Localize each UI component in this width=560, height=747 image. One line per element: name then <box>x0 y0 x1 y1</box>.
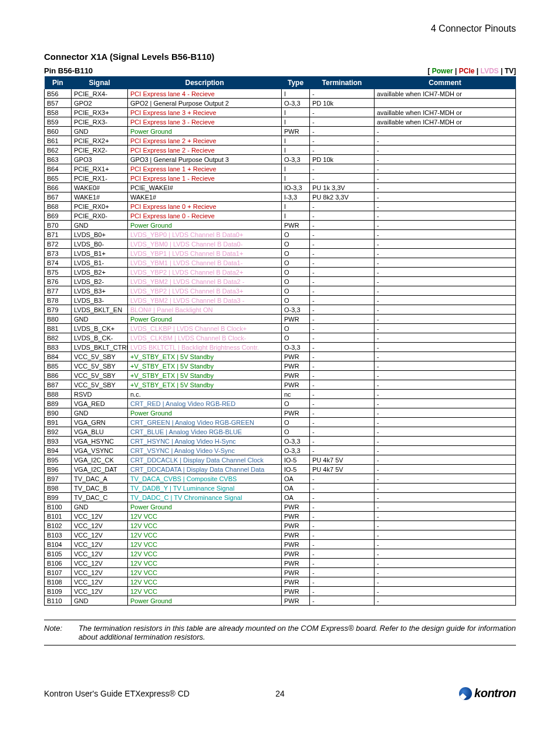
cell-termination: - <box>310 408 375 418</box>
table-row: B68PCIE_RX0+PCI Express lane 0 + Recieve… <box>45 202 516 211</box>
cell-comment: - <box>375 493 516 502</box>
cell-description: +V_STBY_ETX | 5V Standby <box>128 380 282 390</box>
cell-comment: availlable when ICH7-MDH or <box>375 89 516 99</box>
cell-pin: B66 <box>45 183 72 192</box>
cell-pin: B73 <box>45 249 72 258</box>
cell-description: LVDS_YBP1 | LVDS Channel B Data1+ <box>128 249 282 258</box>
cell-signal: GND <box>72 221 128 230</box>
cell-comment: - <box>375 239 516 249</box>
table-row: B58PCIE_RX3+PCI Express lane 3 + Recieve… <box>45 108 516 117</box>
cell-termination: - <box>310 136 375 146</box>
cell-description: TV_DACA_CVBS | Composite CVBS <box>128 474 282 484</box>
cell-pin: B104 <box>45 540 72 549</box>
cell-type: I <box>282 136 310 146</box>
table-row: B71LVDS_B0+LVDS_YBP0 | LVDS Channel B Da… <box>45 230 516 239</box>
cell-description: CRT_BLUE | Analog Video RGB-BLUE <box>128 427 282 437</box>
cell-comment: availlable when ICH7-MDH or <box>375 117 516 127</box>
cell-signal: VGA_BLU <box>72 427 128 437</box>
section-header: 4 Connector Pinouts <box>44 23 516 34</box>
cell-pin: B85 <box>45 361 72 371</box>
cell-pin: B100 <box>45 502 72 512</box>
cell-description: CRT_DDCADATA | Display Data Channel Data <box>128 465 282 474</box>
cell-pin: B90 <box>45 408 72 418</box>
legend-sep: | <box>453 67 459 75</box>
cell-signal: VCC_12V <box>72 512 128 521</box>
cell-pin: B64 <box>45 164 72 174</box>
legend-bracket: ] <box>514 67 516 75</box>
cell-pin: B83 <box>45 343 72 352</box>
table-row: B76LVDS_B2-LVDS_YBM2 | LVDS Channel B Da… <box>45 277 516 286</box>
cell-description: +V_STBY_ETX | 5V Standby <box>128 371 282 380</box>
table-row: B59PCIE_RX3-PCI Express lane 3 - Recieve… <box>45 117 516 127</box>
cell-termination: - <box>310 249 375 258</box>
cell-pin: B79 <box>45 305 72 315</box>
cell-signal: GND <box>72 596 128 606</box>
cell-signal: VGA_HSYNC <box>72 437 128 446</box>
cell-comment: - <box>375 315 516 324</box>
cell-comment: - <box>375 540 516 549</box>
cell-type: O-3,3 <box>282 343 310 352</box>
cell-signal: LVDS_B0- <box>72 239 128 249</box>
cell-type: I <box>282 89 310 99</box>
cell-termination: - <box>310 89 375 99</box>
legend-sep: | <box>499 67 505 75</box>
cell-description: Power Ground <box>128 408 282 418</box>
cell-description: PCI Express lane 2 - Recieve <box>128 146 282 155</box>
cell-pin: B89 <box>45 399 72 408</box>
cell-signal: LVDS_BKLT_EN <box>72 305 128 315</box>
legend-pcie: PCIe <box>459 67 475 75</box>
legend-lvds: LVDS <box>481 67 499 75</box>
col-header-pin: Pin <box>45 76 72 89</box>
cell-pin: B107 <box>45 568 72 577</box>
cell-type: O <box>282 296 310 305</box>
cell-termination: - <box>310 352 375 361</box>
table-row: B81LVDS_B_CK+LVDS_CLKBP | LVDS Channel B… <box>45 324 516 333</box>
cell-termination: - <box>310 174 375 183</box>
cell-signal: LVDS_B1- <box>72 258 128 268</box>
cell-signal: VCC_12V <box>72 568 128 577</box>
cell-comment: - <box>375 512 516 521</box>
cell-pin: B75 <box>45 268 72 277</box>
cell-termination: PU 4k7 5V <box>310 465 375 474</box>
table-row: B84VCC_5V_SBY+V_STBY_ETX | 5V StandbyPWR… <box>45 352 516 361</box>
cell-description: 12V VCC <box>128 587 282 596</box>
cell-termination: PU 1k 3,3V <box>310 183 375 192</box>
cell-description: 12V VCC <box>128 577 282 587</box>
table-row: B73LVDS_B1+LVDS_YBP1 | LVDS Channel B Da… <box>45 249 516 258</box>
table-row: B74LVDS_B1-LVDS_YBM1 | LVDS Channel B Da… <box>45 258 516 268</box>
cell-signal: PCIE_RX0+ <box>72 202 128 211</box>
cell-type: O <box>282 230 310 239</box>
cell-description: GPO3 | General Purpose Output 3 <box>128 155 282 164</box>
cell-comment: - <box>375 437 516 446</box>
cell-description: PCI Express lane 1 - Recieve <box>128 174 282 183</box>
cell-signal: VCC_12V <box>72 587 128 596</box>
cell-comment: - <box>375 408 516 418</box>
cell-termination: - <box>310 577 375 587</box>
cell-type: PWR <box>282 315 310 324</box>
table-row: B64PCIE_RX1+PCI Express lane 1 + Recieve… <box>45 164 516 174</box>
cell-description: CRT_RED | Analog Video RGB-RED <box>128 399 282 408</box>
cell-signal: LVDS_B1+ <box>72 249 128 258</box>
cell-termination: - <box>310 333 375 343</box>
cell-type: IO-5 <box>282 455 310 465</box>
cell-description: LVDS_YBM2 | LVDS Channel B Data3 - <box>128 296 282 305</box>
cell-signal: WAKE0# <box>72 183 128 192</box>
cell-pin: B109 <box>45 587 72 596</box>
cell-type: PWR <box>282 371 310 380</box>
cell-pin: B94 <box>45 446 72 455</box>
table-row: B106VCC_12V12V VCCPWR-- <box>45 559 516 568</box>
cell-type: O-3,3 <box>282 446 310 455</box>
cell-comment: - <box>375 164 516 174</box>
cell-type: PWR <box>282 540 310 549</box>
cell-pin: B63 <box>45 155 72 164</box>
cell-signal: VCC_12V <box>72 549 128 559</box>
cell-description: LVDS_CLKBP | LVDS Channel B Clock+ <box>128 324 282 333</box>
cell-comment: - <box>375 221 516 230</box>
page-title: Connector X1A (Signal Levels B56-B110) <box>44 52 516 62</box>
cell-description: CRT_GREEN | Analog Video RGB-GREEN <box>128 418 282 427</box>
cell-comment: - <box>375 136 516 146</box>
cell-type: OA <box>282 493 310 502</box>
cell-signal: VCC_12V <box>72 521 128 530</box>
cell-type: PWR <box>282 530 310 540</box>
cell-description: PCI Express lane 0 - Recieve <box>128 211 282 221</box>
